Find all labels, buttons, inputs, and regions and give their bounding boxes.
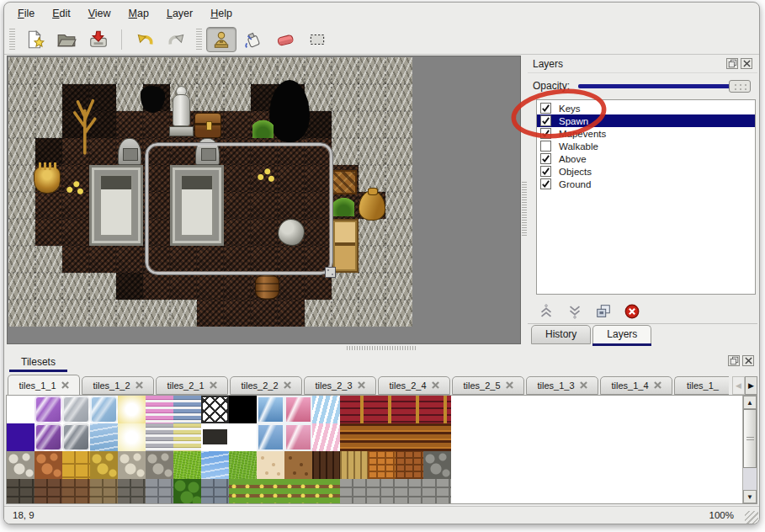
tileset-tile[interactable] [35, 479, 62, 504]
scrollbar-thumb[interactable] [743, 409, 757, 468]
tileset-scrollbar[interactable]: ▲ ▼ [742, 396, 757, 503]
close-panel-button[interactable] [742, 355, 754, 366]
tileset-tile[interactable] [146, 479, 173, 504]
tileset-tile[interactable] [257, 451, 284, 479]
menu-layer[interactable]: Layer [163, 6, 196, 21]
scroll-up-button[interactable]: ▲ [743, 396, 757, 409]
tileset-tile[interactable] [284, 423, 312, 451]
float-panel-button[interactable] [728, 355, 740, 366]
tab-layers[interactable]: Layers [592, 325, 651, 344]
close-tab-icon[interactable] [61, 380, 69, 391]
undo-button[interactable] [130, 27, 160, 52]
scroll-tabs-left-button[interactable]: ◀ [732, 376, 745, 395]
close-tab-icon[interactable] [210, 380, 217, 391]
tileset-tile[interactable] [7, 396, 35, 423]
tileset-tile[interactable] [284, 396, 312, 423]
tileset-tab-tiles_2_2[interactable]: tiles_2_2 [230, 376, 302, 395]
tileset-tile[interactable] [312, 451, 340, 479]
tileset-tile[interactable] [257, 423, 284, 451]
tileset-tile[interactable] [118, 396, 146, 423]
open-folder-button[interactable] [51, 27, 82, 52]
tileset-tile[interactable] [368, 423, 396, 451]
tileset-tab-tiles_2_4[interactable]: tiles_2_4 [378, 376, 450, 395]
tileset-tile[interactable] [62, 396, 90, 423]
tileset-tile[interactable] [173, 451, 201, 479]
tileset-tile[interactable] [340, 451, 368, 479]
resize-grip[interactable] [745, 511, 758, 524]
close-tab-icon[interactable] [654, 380, 661, 391]
tileset-tile[interactable] [146, 423, 173, 451]
tileset-tab-tiles_1_1[interactable]: tiles_1_1 [8, 375, 80, 395]
tileset-tile[interactable] [423, 423, 451, 451]
tileset-tile[interactable] [396, 479, 423, 504]
layer-visibility-checkbox[interactable] [540, 103, 551, 114]
tileset-tile[interactable] [312, 396, 340, 423]
tileset-tile[interactable] [312, 423, 340, 451]
float-panel-button[interactable] [726, 58, 738, 69]
delete-layer-button[interactable] [622, 302, 642, 321]
tileset-tile[interactable] [173, 396, 201, 423]
tileset-tab-tiles_1_3[interactable]: tiles_1_3 [526, 376, 598, 395]
tileset-tab-tiles_2_5[interactable]: tiles_2_5 [452, 376, 524, 395]
layer-row-objects[interactable]: Objects [537, 165, 755, 178]
tileset-tile[interactable] [118, 451, 146, 479]
tileset-tile[interactable] [146, 396, 173, 423]
menu-file[interactable]: File [14, 6, 38, 21]
tileset-tile[interactable] [368, 396, 396, 423]
layer-visibility-checkbox[interactable] [540, 178, 551, 189]
map-selection[interactable] [146, 143, 332, 274]
opacity-slider[interactable] [578, 79, 751, 93]
tileset-tile[interactable] [340, 423, 368, 451]
tileset-tile[interactable] [257, 479, 284, 504]
tileset-tile[interactable] [62, 451, 90, 479]
tileset-tile[interactable] [396, 423, 423, 451]
tileset-tile[interactable] [35, 396, 62, 423]
horizontal-splitter[interactable] [4, 344, 759, 353]
tileset-tile[interactable] [201, 423, 229, 451]
tileset-tile[interactable] [7, 479, 35, 504]
menu-view[interactable]: View [85, 6, 114, 21]
opacity-slider-track[interactable] [578, 84, 747, 88]
close-tab-icon[interactable] [135, 380, 143, 391]
tileset-tile[interactable] [284, 479, 312, 504]
tileset-tile[interactable] [90, 451, 118, 479]
raise-layer-button[interactable] [536, 302, 556, 321]
layer-row-keys[interactable]: Keys [537, 102, 755, 114]
layer-row-mapevents[interactable]: Mapevents [537, 127, 755, 140]
menu-map[interactable]: Map [125, 6, 152, 21]
layer-visibility-checkbox[interactable] [540, 115, 551, 126]
close-tab-icon[interactable] [432, 380, 439, 391]
save-import-button[interactable] [83, 27, 114, 52]
map-view-panel[interactable] [7, 56, 521, 344]
tileset-tile[interactable] [229, 479, 257, 504]
layer-row-above[interactable]: Above [537, 152, 755, 165]
layer-visibility-checkbox[interactable] [540, 153, 551, 164]
tileset-tile[interactable] [396, 451, 423, 479]
tileset-tile[interactable] [229, 423, 257, 451]
layer-row-walkable[interactable]: Walkable [537, 140, 755, 152]
tileset-tile[interactable] [340, 479, 368, 504]
tileset-tile[interactable] [423, 479, 451, 504]
toolbar-drag-handle[interactable] [196, 29, 202, 51]
tileset-tile[interactable] [201, 479, 229, 504]
menu-edit[interactable]: Edit [49, 6, 74, 21]
toolbar-drag-handle[interactable] [9, 29, 15, 51]
stamp-tool-button[interactable] [206, 27, 236, 52]
duplicate-layer-button[interactable] [593, 302, 614, 321]
tileset-tile[interactable] [7, 451, 35, 479]
new-document-button[interactable] [19, 27, 50, 52]
tileset-tile[interactable] [340, 396, 368, 423]
tileset-tile[interactable] [312, 479, 340, 504]
tileset-tab-tiles_1_2[interactable]: tiles_1_2 [82, 376, 154, 395]
tileset-tile[interactable] [90, 479, 118, 504]
close-tab-icon[interactable] [580, 380, 587, 391]
tileset-tile[interactable] [229, 396, 257, 423]
eraser-tool-button[interactable] [270, 27, 300, 52]
tileset-tile[interactable] [396, 396, 423, 423]
redo-button[interactable] [162, 27, 192, 52]
tileset-tile[interactable] [284, 451, 312, 479]
close-tab-icon[interactable] [284, 380, 291, 391]
selection-resize-handle[interactable] [325, 267, 336, 278]
layer-row-ground[interactable]: Ground [537, 178, 755, 190]
tileset-tile[interactable] [118, 423, 146, 451]
